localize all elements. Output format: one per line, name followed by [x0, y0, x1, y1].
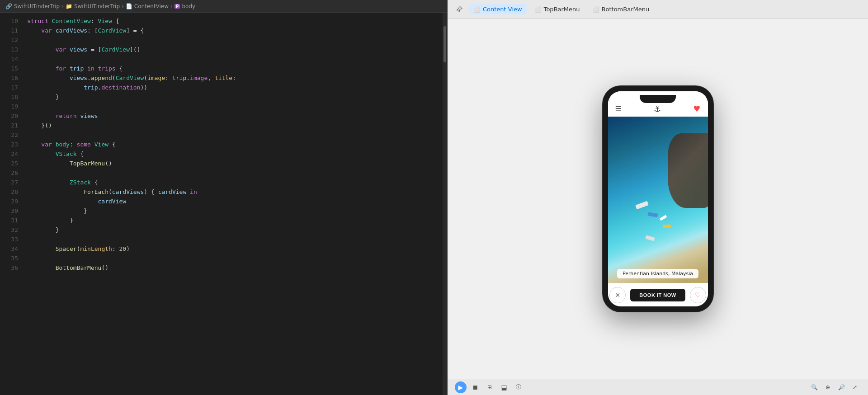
code-area[interactable]: 10 11 12 13 14 15 16 17 18 19 20 21 22 2… [0, 13, 447, 395]
zoom-in-button[interactable]: 🔎 [835, 381, 847, 393]
book-now-button[interactable]: BOOK IT NOW [630, 289, 685, 301]
play-button[interactable]: ▶ [455, 381, 467, 393]
code-line-26 [27, 168, 443, 178]
preview-toolbar: ⬜ Content View ⬜ TopBarMenu ⬜ BottomBarM… [448, 0, 868, 19]
code-line-17: trip.destination)) [27, 83, 443, 92]
zoom-out-button[interactable]: 🔍 [808, 381, 820, 393]
stop-button[interactable]: ⏹ [469, 381, 481, 393]
layout-button[interactable]: ⬓ [498, 381, 510, 393]
code-line-13: var views = [CardView]() [27, 45, 443, 54]
preview-content: ☰ ⚓ ♥ Perhentian [448, 19, 868, 379]
preview-panel: ⬜ Content View ⬜ TopBarMenu ⬜ BottomBarM… [448, 0, 868, 395]
boat-3 [663, 224, 671, 228]
bottom-left-tools: ▶ ⏹ ⊞ ⬓ ⓘ [455, 381, 524, 393]
rock-formation [668, 133, 708, 208]
grid-button[interactable]: ⊞ [484, 381, 495, 393]
code-line-29: cardView [27, 197, 443, 206]
code-line-18: } [27, 92, 443, 102]
boat-5 [660, 215, 667, 221]
code-line-31: } [27, 216, 443, 225]
destination-label: Perhentian Islands, Malaysia [617, 269, 698, 278]
code-line-32: } [27, 225, 443, 235]
editor-scrollbar[interactable] [443, 13, 447, 395]
code-line-14 [27, 54, 443, 64]
code-line-24: VStack { [27, 149, 443, 159]
code-line-23: var body: some View { [27, 140, 443, 149]
boat-1 [636, 201, 649, 210]
scrollbar-thumb[interactable] [443, 26, 446, 62]
code-line-34: Spacer(minLength: 20) [27, 244, 443, 254]
info-button[interactable]: ⓘ [513, 381, 524, 393]
tab-topbarmenu[interactable]: ⬜ TopBarMenu [530, 4, 585, 14]
breadcrumb-symbol[interactable]: P body [175, 3, 195, 9]
breadcrumb-project[interactable]: 🔗 SwiftUITinderTrip [5, 3, 60, 9]
tab-content-view[interactable]: ⬜ Content View [469, 4, 527, 14]
code-line-25: TopBarMenu() [27, 159, 443, 168]
code-line-22 [27, 130, 443, 140]
pin-button[interactable] [453, 3, 466, 16]
phone-screen: ☰ ⚓ ♥ Perhentian [608, 91, 708, 306]
tab-bottombarmenu[interactable]: ⬜ BottomBarMenu [588, 4, 654, 14]
like-button[interactable]: ♡ [690, 287, 706, 303]
code-line-28: ForEach(cardViews) { cardView in [27, 187, 443, 197]
dismiss-button[interactable]: ✕ [609, 287, 626, 303]
code-line-21: }() [27, 121, 443, 130]
code-line-30: } [27, 206, 443, 216]
breadcrumb-file[interactable]: 📄 ContentView [126, 3, 169, 9]
code-lines[interactable]: struct ContentView: View { var cardViews… [24, 13, 443, 395]
code-line-12 [27, 35, 443, 45]
code-line-20: return views [27, 111, 443, 121]
preview-bottom-toolbar: ▶ ⏹ ⊞ ⬓ ⓘ 🔍 ⊕ 🔎 ⤢ [448, 379, 868, 395]
code-editor: 🔗 SwiftUITinderTrip › 📁 SwiftUITinderTri… [0, 0, 448, 395]
phone-card[interactable]: Perhentian Islands, Malaysia [608, 117, 708, 283]
card-image [608, 117, 708, 283]
fullscreen-button[interactable]: ⤢ [849, 381, 861, 393]
code-line-27: ZStack { [27, 178, 443, 187]
code-line-35 [27, 254, 443, 263]
code-line-11: var cardViews: [CardView] = { [27, 26, 443, 35]
code-line-19 [27, 102, 443, 111]
menu-icon[interactable]: ☰ [615, 104, 622, 113]
code-line-16: views.append(CardView(image: trip.image,… [27, 73, 443, 83]
anchor-icon: ⚓ [654, 104, 661, 113]
zoom-fit-button[interactable]: ⊕ [822, 381, 834, 393]
phone-mockup: ☰ ⚓ ♥ Perhentian [603, 86, 713, 312]
favorite-icon[interactable]: ♥ [693, 104, 700, 113]
boat-2 [647, 212, 658, 218]
line-numbers: 10 11 12 13 14 15 16 17 18 19 20 21 22 2… [0, 13, 24, 395]
phone-actions: ✕ BOOK IT NOW ♡ [608, 283, 708, 306]
bottom-right-tools: 🔍 ⊕ 🔎 ⤢ [808, 381, 861, 393]
breadcrumb-folder[interactable]: 📁 SwiftUITinderTrip [66, 3, 120, 9]
code-line-15: for trip in trips { [27, 64, 443, 73]
breadcrumb: 🔗 SwiftUITinderTrip › 📁 SwiftUITinderTri… [0, 0, 447, 13]
code-line-36: BottomBarMenu() [27, 263, 443, 273]
boat-4 [646, 235, 655, 241]
code-line-33 [27, 235, 443, 244]
code-line-10: struct ContentView: View { [27, 16, 443, 26]
phone-notch [640, 95, 676, 103]
